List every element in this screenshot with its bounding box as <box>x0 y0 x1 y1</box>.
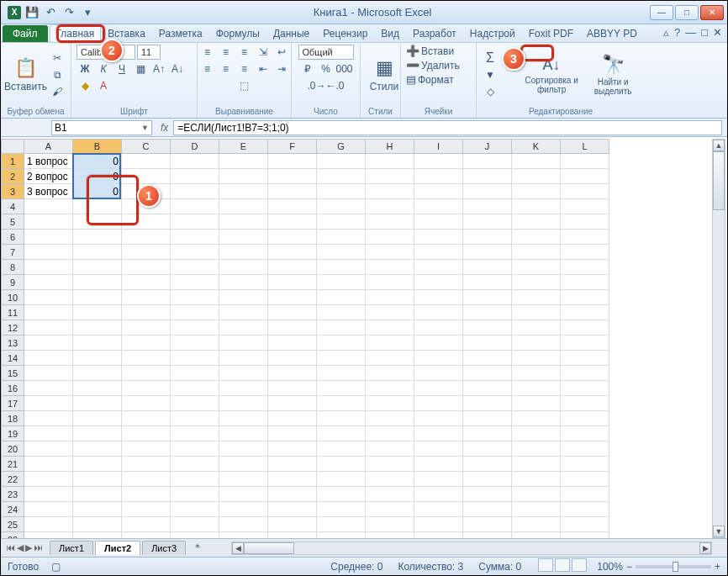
row-header-25[interactable]: 25 <box>1 517 24 532</box>
row-header-3[interactable]: 3 <box>1 184 24 199</box>
cell-C22[interactable] <box>122 472 171 487</box>
row-header-15[interactable]: 15 <box>1 366 24 381</box>
cell-J22[interactable] <box>463 472 512 487</box>
mdi-restore-icon[interactable]: □ <box>701 26 708 39</box>
row-header-7[interactable]: 7 <box>1 245 24 260</box>
macro-record-icon[interactable]: ▢ <box>47 559 64 574</box>
align-top-icon[interactable]: ≡ <box>199 45 216 60</box>
cell-A9[interactable] <box>24 275 73 290</box>
row-header-9[interactable]: 9 <box>1 275 24 290</box>
cell-L21[interactable] <box>561 457 609 472</box>
cell-I12[interactable] <box>414 320 463 336</box>
sheet-tab-Лист1[interactable]: Лист1 <box>50 541 93 555</box>
row-header-21[interactable]: 21 <box>1 457 24 472</box>
cell-D4[interactable] <box>171 199 219 214</box>
cell-F1[interactable] <box>268 154 317 169</box>
fill-color-icon[interactable]: ◆ <box>76 78 93 93</box>
cell-L17[interactable] <box>561 396 609 411</box>
close-button[interactable]: ✕ <box>700 5 724 20</box>
cell-H9[interactable] <box>366 275 414 290</box>
cell-E18[interactable] <box>219 411 268 426</box>
cell-J15[interactable] <box>463 366 512 381</box>
cell-K2[interactable] <box>512 169 561 184</box>
cell-E3[interactable] <box>219 184 268 199</box>
format-painter-icon[interactable]: 🖌 <box>49 84 66 99</box>
cell-K21[interactable] <box>512 457 561 472</box>
cell-H5[interactable] <box>366 214 414 230</box>
align-bot-icon[interactable]: ≡ <box>236 45 253 60</box>
cell-H3[interactable] <box>366 184 414 199</box>
format-cells-button[interactable]: ▤Формат <box>406 73 454 86</box>
cell-L10[interactable] <box>561 290 609 305</box>
cell-I9[interactable] <box>414 275 463 290</box>
cell-A19[interactable] <box>24 426 73 441</box>
cell-A21[interactable] <box>24 457 73 472</box>
cell-D22[interactable] <box>171 472 219 487</box>
cell-I3[interactable] <box>414 184 463 199</box>
cell-A1[interactable]: 1 вопрос <box>24 154 73 169</box>
cell-H6[interactable] <box>366 230 414 245</box>
cell-H1[interactable] <box>366 154 414 169</box>
scroll-down-icon[interactable]: ▼ <box>713 526 725 537</box>
cell-K3[interactable] <box>512 184 561 199</box>
cell-J14[interactable] <box>463 351 512 366</box>
cell-G25[interactable] <box>317 517 366 532</box>
cell-F5[interactable] <box>268 214 317 230</box>
cell-K6[interactable] <box>512 230 561 245</box>
cell-K26[interactable] <box>512 532 561 538</box>
cell-K11[interactable] <box>512 305 561 320</box>
cell-A3[interactable]: 3 вопрос <box>24 184 73 199</box>
cell-E20[interactable] <box>219 441 268 457</box>
cell-J11[interactable] <box>463 305 512 320</box>
cell-E24[interactable] <box>219 502 268 517</box>
font-name-input[interactable] <box>76 45 135 60</box>
cell-J19[interactable] <box>463 426 512 441</box>
cell-C25[interactable] <box>122 517 171 532</box>
cell-I17[interactable] <box>414 396 463 411</box>
cell-C15[interactable] <box>122 366 171 381</box>
cell-G2[interactable] <box>317 169 366 184</box>
cell-C3[interactable] <box>122 184 171 199</box>
cell-L25[interactable] <box>561 517 609 532</box>
cell-E19[interactable] <box>219 426 268 441</box>
tab-foxit pdf[interactable]: Foxit PDF <box>522 24 580 42</box>
cell-B6[interactable] <box>73 230 122 245</box>
cell-A26[interactable] <box>24 532 73 538</box>
minimize-button[interactable]: — <box>650 5 673 20</box>
cell-H26[interactable] <box>366 532 414 538</box>
inc-indent-icon[interactable]: ⇥ <box>273 61 290 77</box>
cut-icon[interactable]: ✂ <box>49 50 66 66</box>
cell-I20[interactable] <box>414 441 463 457</box>
cell-A7[interactable] <box>24 245 73 260</box>
cell-L14[interactable] <box>561 351 609 366</box>
cell-H16[interactable] <box>366 381 414 396</box>
clear-icon[interactable]: ◇ <box>482 84 499 99</box>
namebox-dropdown-icon[interactable]: ▼ <box>141 124 149 132</box>
sheet-last-icon[interactable]: ⏭ <box>34 542 43 553</box>
row-header-19[interactable]: 19 <box>1 426 24 441</box>
cell-B24[interactable] <box>73 502 122 517</box>
cell-C20[interactable] <box>122 441 171 457</box>
cell-K13[interactable] <box>512 336 561 351</box>
align-mid-icon[interactable]: ≡ <box>218 45 235 60</box>
qat-dropdown-icon[interactable]: ▾ <box>80 5 95 20</box>
cell-H20[interactable] <box>366 441 414 457</box>
cell-B15[interactable] <box>73 366 122 381</box>
cell-G7[interactable] <box>317 245 366 260</box>
cell-G22[interactable] <box>317 472 366 487</box>
cell-J12[interactable] <box>463 320 512 336</box>
cell-F6[interactable] <box>268 230 317 245</box>
cell-A14[interactable] <box>24 351 73 366</box>
row-header-13[interactable]: 13 <box>1 336 24 351</box>
sort-filter-button[interactable]: A↓ Сортировка и фильтр <box>520 55 583 96</box>
row-header-26[interactable]: 26 <box>1 532 24 538</box>
cell-J26[interactable] <box>463 532 512 538</box>
sheet-next-icon[interactable]: ▶ <box>25 542 32 553</box>
tab-рецензир[interactable]: Рецензир <box>316 24 374 42</box>
tab-разработ[interactable]: Разработ <box>406 24 463 42</box>
cell-L2[interactable] <box>561 169 609 184</box>
cell-H21[interactable] <box>366 457 414 472</box>
cell-L26[interactable] <box>561 532 609 538</box>
number-format-select[interactable] <box>298 45 354 60</box>
cell-F22[interactable] <box>268 472 317 487</box>
